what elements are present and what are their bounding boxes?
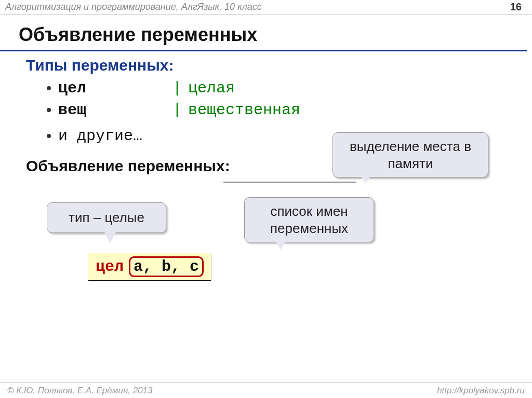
type-more: и другие… [58,127,142,145]
slide-footer: © К.Ю. Поляков, Е.А. Ерёмин, 2013 http:/… [0,382,532,398]
callout-line-icon [223,182,356,183]
type-long: целая [188,79,235,97]
callout-tail-icon [358,173,373,183]
slide-title: Объявление переменных [0,15,527,51]
bullet-icon [47,134,51,138]
slide-header: Алгоритмизация и программирование, АлгЯз… [0,0,532,15]
code-vars: a, b, c [134,258,199,276]
type-separator: | [172,101,182,119]
callout-varlist: список имен переменных [244,197,374,242]
code-keyword: цел [96,258,124,276]
bullet-icon [47,108,51,112]
header-page-number: 16 [510,1,522,13]
callout-type: тип – целые [47,202,166,233]
type-short: вещ [58,101,172,119]
type-long: вещественная [188,101,300,119]
header-subject: Алгоритмизация и программирование, АлгЯз… [5,2,262,12]
footer-author: © К.Ю. Поляков, Е.А. Ерёмин, 2013 [7,386,153,396]
bullet-icon [47,86,51,90]
type-separator: | [172,79,182,97]
type-short: цел [58,79,172,97]
callout-tail-icon [104,231,116,243]
callout-memory: выделение места в памяти [332,132,488,177]
callout-tail-icon [274,239,287,250]
code-declaration-box: цел a, b, c [88,253,211,281]
type-row: цел | целая [47,77,532,99]
type-row: вещ | вещественная [47,99,532,121]
footer-url: http://kpolyakov.spb.ru [437,386,525,396]
types-section-title: Типы переменных: [26,57,532,74]
code-vars-highlight: a, b, c [129,256,204,277]
